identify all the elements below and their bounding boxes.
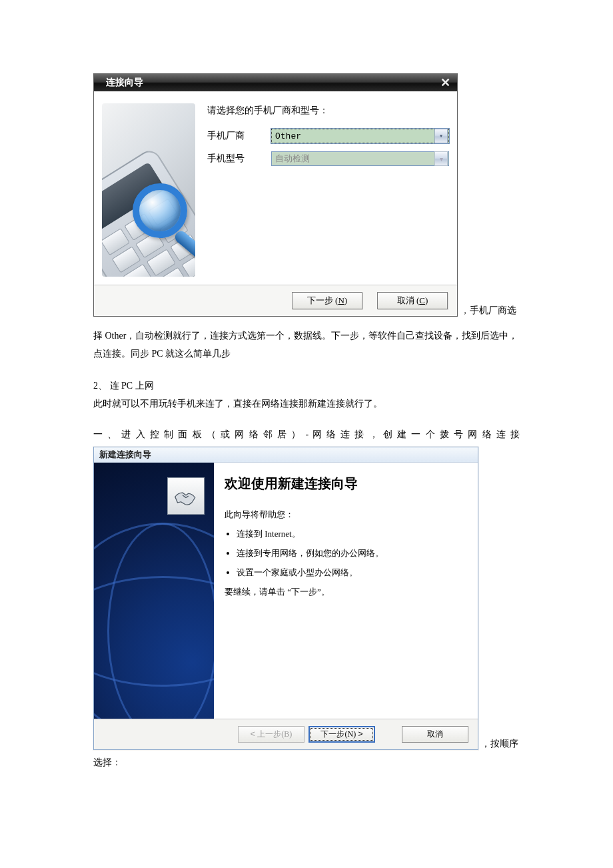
dialog-body: 请选择您的手机厂商和型号： 手机厂商 Other ▾ 手机型号 自动检测 ▾	[94, 91, 457, 285]
chevron-down-icon: ▾	[434, 151, 448, 166]
dialog-title: 新建连接向导	[99, 449, 151, 461]
dialog-footer: < 上一步(B) 下一步(N) > 取消	[94, 719, 478, 749]
dialog-title: 连接向导	[106, 77, 143, 89]
wizard-illustration	[102, 103, 195, 277]
close-icon[interactable]: ✕	[438, 76, 452, 89]
model-combobox[interactable]: 自动检测 ▾	[271, 151, 449, 166]
new-connection-wizard-dialog: 新建连接向导 欢迎使用新建连接向导 此向导将帮助您：	[93, 447, 478, 750]
list-item: 连接到 Internet。	[237, 527, 467, 541]
wizard-continue-text: 要继续，请单击 “下一步”。	[225, 585, 467, 599]
wizard-bullet-list: 连接到 Internet。 连接到专用网络，例如您的办公网络。 设置一个家庭或小…	[227, 527, 467, 579]
inline-caption: ，按顺序	[481, 738, 518, 750]
next-button[interactable]: 下一步(N) >	[308, 726, 375, 743]
vendor-value: Other	[275, 131, 434, 141]
body-paragraph: 择 Other，自动检测就行了，连接方式选第一个，数据线。下一步，等软件自己查找…	[93, 327, 520, 363]
wizard-heading: 欢迎使用新建连接向导	[225, 475, 467, 493]
body-paragraph: 此时就可以不用玩转手机来连了，直接在网络连接那新建连接就行了。	[93, 395, 520, 413]
model-value: 自动检测	[275, 153, 434, 165]
search-icon	[133, 183, 195, 257]
handshake-icon	[167, 477, 205, 515]
vendor-label: 手机厂商	[207, 130, 271, 142]
section-heading: 2、 连 PC 上网	[93, 377, 520, 395]
connect-wizard-dialog: 连接向导 ✕	[93, 73, 458, 317]
wizard-intro: 此向导将帮助您：	[225, 507, 467, 522]
chevron-down-icon[interactable]: ▾	[434, 129, 448, 143]
list-item: 设置一个家庭或小型办公网络。	[237, 566, 467, 580]
next-button[interactable]: 下一步 (N)	[292, 292, 362, 309]
dialog-titlebar: 连接向导 ✕	[94, 74, 457, 91]
inline-caption: ，手机厂商选	[460, 305, 516, 317]
body-paragraph: 一 、 进 入 控 制 面 板 （ 或 网 络 邻 居 ） - 网 络 连 接 …	[93, 426, 520, 444]
vendor-combobox[interactable]: Other ▾	[271, 129, 449, 143]
model-label: 手机型号	[207, 153, 271, 165]
body-paragraph: 选择：	[93, 754, 520, 772]
wizard-side-banner	[94, 463, 214, 719]
cancel-button[interactable]: 取消 (C)	[377, 292, 448, 309]
dialog-footer: 下一步 (N) 取消 (C)	[94, 285, 457, 316]
form-prompt: 请选择您的手机厂商和型号：	[207, 105, 449, 117]
cancel-button[interactable]: 取消	[402, 726, 468, 743]
dialog-titlebar: 新建连接向导	[94, 447, 478, 463]
list-item: 连接到专用网络，例如您的办公网络。	[237, 547, 467, 561]
dialog-body: 欢迎使用新建连接向导 此向导将帮助您： 连接到 Internet。 连接到专用网…	[94, 463, 478, 719]
back-button: < 上一步(B)	[238, 726, 305, 743]
